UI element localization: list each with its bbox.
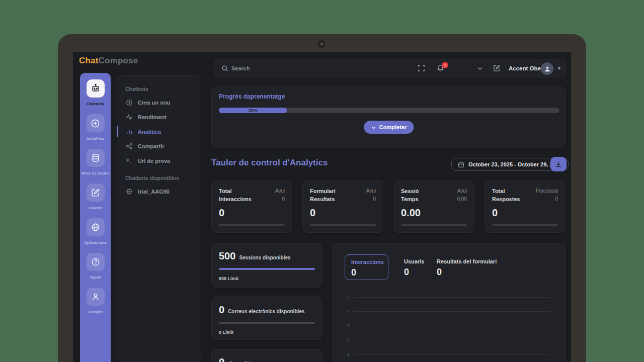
sidebar-item-chatbots[interactable]: Chatbots — [80, 79, 111, 106]
quota-bar — [219, 322, 315, 324]
sidebar-item-ajuda[interactable]: Ajuda — [80, 253, 111, 280]
stat-value: 0.00 — [401, 207, 467, 219]
subnav-item-rendiment[interactable]: Rendiment — [117, 110, 201, 124]
user-menu-caret-icon[interactable]: ▼ — [557, 59, 561, 77]
subnav-item-url-de-prova[interactable]: >_ Url de prova — [117, 153, 201, 168]
plus-circle-icon — [125, 99, 133, 106]
date-range-text: October 23, 2025 - October 29, 2025 — [468, 161, 562, 167]
globe-icon — [87, 218, 105, 236]
plus-circle-icon — [87, 114, 105, 132]
chatbot-subnav: Chatbots Crea un nou Rendiment Analítica — [117, 75, 201, 362]
webcam — [317, 40, 326, 48]
database-icon — [87, 149, 105, 167]
download-icon — [555, 161, 562, 168]
user-name[interactable]: Accent Obert — [509, 59, 545, 77]
stat-card-formulari-resultats: FormulariResultats Avui0 0 — [302, 180, 383, 233]
logo-part-chat: Chat — [79, 56, 99, 65]
quota-bar — [219, 268, 315, 270]
subnav-section-chatbots: Chatbots — [117, 83, 201, 95]
help-icon — [87, 253, 105, 271]
primary-sidebar: Chatbots Instal·leu Base de dades Guions — [80, 73, 111, 362]
sidebar-item-installeu[interactable]: Instal·leu — [80, 114, 111, 141]
app-logo: ChatCompose — [79, 56, 138, 66]
stat-card-total-interaccions: TotalInteraccions Avui0 0 — [211, 180, 292, 233]
chart-tab-resultats-formulari[interactable]: Resultats del formulari 0 — [431, 254, 503, 282]
subnav-section-disponibles: Chatbots disponibles — [117, 172, 201, 184]
app-screen: ChatCompose 1 Accent Obert — [73, 52, 571, 362]
bot-chip-icon — [125, 188, 133, 195]
stat-card-total-respostes: TotalRespostes Fracassat0 0 — [485, 180, 566, 233]
progress-bar-fill: 20% — [219, 108, 287, 113]
progress-bar: 20% — [219, 108, 559, 113]
calendar-icon — [458, 161, 464, 168]
chart-gridline: 3 — [344, 326, 550, 326]
sidebar-item-compte[interactable]: Compte — [80, 288, 111, 314]
laptop-frame: ChatCompose 1 Accent Obert — [58, 34, 586, 362]
stat-card-sessio-temps: SessióTemps Avui0.00 0.00 — [393, 180, 474, 233]
chart-tab-usuaris[interactable]: Usuaris 0 — [398, 254, 430, 282]
quota-card-third: 0 disponibles — [211, 349, 323, 362]
chart-gridline: 5 — [344, 297, 550, 298]
edit-icon — [87, 184, 105, 202]
download-report-button[interactable] — [550, 157, 567, 171]
sidebar-item-aplicacions[interactable]: Aplicacions — [80, 218, 111, 245]
user-avatar[interactable] — [541, 62, 553, 75]
robot-icon — [87, 79, 105, 98]
terminal-icon: >_ — [125, 158, 133, 163]
subnav-item-trial-bot[interactable]: trial_AAG90 — [117, 184, 201, 199]
activity-icon — [125, 114, 133, 121]
analytics-title: Tauler de control d'Analytics — [211, 158, 328, 168]
subnav-item-crea-un-nou[interactable]: Crea un nou — [117, 95, 201, 110]
sidebar-item-guions[interactable]: Guions — [80, 184, 111, 210]
fullscreen-icon[interactable] — [418, 59, 425, 77]
share-icon — [125, 143, 133, 150]
progress-title: Progrés daprenentatge — [219, 93, 285, 100]
search-icon — [221, 59, 228, 77]
chevron-down-icon — [371, 125, 376, 130]
quota-card-sessions: 500 Sessions disponibles 500 Límit — [211, 243, 323, 288]
stat-value: 0 — [492, 207, 558, 219]
subnav-item-analitica[interactable]: Analítica — [117, 124, 201, 139]
compose-icon[interactable] — [493, 59, 501, 77]
quota-card-emails: 0 Correus electrònics disponibles 0 Lími… — [211, 297, 323, 340]
stat-value: 0 — [310, 207, 376, 219]
completar-button[interactable]: Completar — [364, 121, 414, 134]
stat-value: 0 — [219, 207, 285, 219]
subnav-item-compartir[interactable]: Compartir — [117, 139, 201, 153]
header-bar: 1 Accent Obert ▼ — [214, 59, 566, 77]
notification-badge: 1 — [442, 62, 448, 68]
progress-percent: 20% — [249, 108, 258, 113]
logo-part-compose: Compose — [99, 56, 138, 65]
user-icon — [87, 288, 105, 306]
chart-gridline: 1 — [344, 354, 550, 355]
learning-progress-card: Progrés daprenentatge 20% Completar — [211, 86, 566, 148]
chevron-down-icon[interactable] — [477, 59, 483, 77]
chart-gridline: 4 — [344, 311, 550, 312]
interactions-chart-panel: Interaccions 0 Usuaris 0 Resultats del f… — [332, 243, 566, 362]
sidebar-item-base-de-dades[interactable]: Base de dades — [80, 149, 111, 175]
bar-chart-icon — [125, 128, 133, 135]
chart-tab-interaccions[interactable]: Interaccions 0 — [345, 254, 388, 280]
search-input[interactable] — [231, 59, 382, 77]
chart-gridline: 2 — [344, 340, 550, 340]
